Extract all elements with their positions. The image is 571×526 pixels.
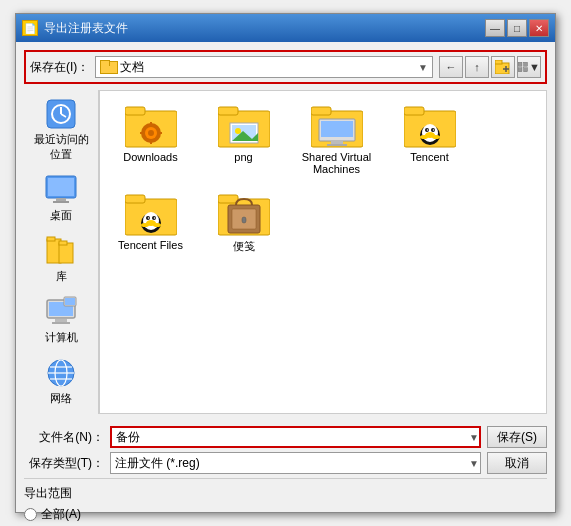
svg-rect-37 xyxy=(150,139,152,144)
export-title: 导出范围 xyxy=(24,485,547,502)
svg-point-62 xyxy=(432,135,440,139)
dialog-title: 导出注册表文件 xyxy=(44,20,128,37)
filename-input[interactable] xyxy=(110,426,481,448)
svg-rect-51 xyxy=(327,144,347,146)
up-button[interactable]: ↑ xyxy=(465,56,489,78)
close-button[interactable]: ✕ xyxy=(529,19,549,37)
briefcase-folder-label: 便笺 xyxy=(233,239,255,254)
svg-rect-39 xyxy=(157,132,162,134)
new-folder-button[interactable] xyxy=(491,56,515,78)
svg-point-72 xyxy=(141,223,149,227)
tfiles-folder-label: Tencent Files xyxy=(118,239,183,251)
cancel-button[interactable]: 取消 xyxy=(487,452,547,474)
sidebar-label-recent: 最近访问的位置 xyxy=(32,132,90,162)
export-all-row: 全部(A) xyxy=(24,506,547,523)
svg-rect-64 xyxy=(125,195,145,203)
svg-point-59 xyxy=(432,129,434,131)
filetype-label: 保存类型(T)： xyxy=(24,455,104,472)
svg-rect-75 xyxy=(218,195,238,203)
svg-point-61 xyxy=(420,135,428,139)
png-folder-icon xyxy=(218,103,270,149)
svg-point-35 xyxy=(148,130,154,136)
shared-folder-icon xyxy=(311,103,363,149)
folder-downloads[interactable]: Downloads xyxy=(108,99,193,179)
sidebar-item-computer[interactable]: 计算机 xyxy=(28,292,94,349)
filename-label: 文件名(N)： xyxy=(24,429,104,446)
title-icon: 📄 xyxy=(22,20,38,36)
sidebar-label-network: 网络 xyxy=(50,391,72,406)
export-all-label[interactable]: 全部(A) xyxy=(41,506,81,523)
library-icon xyxy=(45,235,77,267)
toolbar-buttons: ← ↑ ▼ xyxy=(439,56,541,78)
sidebar-label-library: 库 xyxy=(56,269,67,284)
location-toolbar: 保存在(I)： 文档 ▼ ← ↑ xyxy=(24,50,547,84)
svg-rect-38 xyxy=(140,132,145,134)
location-dropdown-arrow: ▼ xyxy=(418,62,428,73)
tencent-folder-label: Tencent xyxy=(410,151,449,163)
svg-rect-1 xyxy=(495,60,502,64)
location-folder-icon xyxy=(100,60,116,74)
tencent-folder-icon xyxy=(404,103,456,149)
svg-rect-17 xyxy=(47,237,55,241)
svg-rect-18 xyxy=(59,243,73,263)
downloads-folder-label: Downloads xyxy=(123,151,177,163)
sidebar: 最近访问的位置 桌面 xyxy=(24,90,99,414)
filetype-value: 注册文件 (*.reg) xyxy=(115,455,200,472)
svg-rect-7 xyxy=(524,68,528,72)
sidebar-item-library[interactable]: 库 xyxy=(28,231,94,288)
dialog-window: 📄 导出注册表文件 — □ ✕ 保存在(I)： 文档 ▼ ← ↑ xyxy=(15,13,556,513)
svg-rect-53 xyxy=(404,107,424,115)
svg-rect-47 xyxy=(311,107,331,115)
view-button[interactable]: ▼ xyxy=(517,56,541,78)
location-label: 保存在(I)： xyxy=(30,59,89,76)
svg-rect-41 xyxy=(218,107,238,115)
folder-shared[interactable]: Shared Virtual Machines xyxy=(294,99,379,179)
shared-folder-label: Shared Virtual Machines xyxy=(298,151,375,175)
filename-input-wrapper: ▼ xyxy=(110,426,481,448)
svg-rect-50 xyxy=(331,141,343,144)
sidebar-item-network[interactable]: 网络 xyxy=(28,353,94,410)
sidebar-label-computer: 计算机 xyxy=(45,330,78,345)
svg-rect-36 xyxy=(150,122,152,127)
svg-rect-15 xyxy=(53,201,69,203)
save-button[interactable]: 保存(S) xyxy=(487,426,547,448)
svg-point-73 xyxy=(153,223,161,227)
png-folder-label: png xyxy=(234,151,252,163)
svg-rect-4 xyxy=(518,62,522,66)
maximize-button[interactable]: □ xyxy=(507,19,527,37)
svg-point-70 xyxy=(153,217,155,219)
title-bar-content: 📄 导出注册表文件 xyxy=(22,20,128,37)
desktop-icon xyxy=(45,174,77,206)
folder-tfiles[interactable]: Tencent Files xyxy=(108,187,193,258)
svg-point-58 xyxy=(426,129,428,131)
minimize-button[interactable]: — xyxy=(485,19,505,37)
filetype-input-wrapper: 注册文件 (*.reg) ▼ xyxy=(110,452,481,474)
briefcase-folder-icon xyxy=(218,191,270,237)
svg-rect-32 xyxy=(125,107,145,115)
svg-rect-19 xyxy=(59,241,67,245)
network-icon xyxy=(45,357,77,389)
downloads-folder-icon xyxy=(125,103,177,149)
back-button[interactable]: ← xyxy=(439,56,463,78)
title-bar: 📄 导出注册表文件 — □ ✕ xyxy=(16,14,555,42)
svg-rect-13 xyxy=(48,178,74,196)
title-controls: — □ ✕ xyxy=(485,19,549,37)
filetype-select[interactable]: 注册文件 (*.reg) xyxy=(110,452,481,474)
filetype-row: 保存类型(T)： 注册文件 (*.reg) ▼ 取消 xyxy=(24,452,547,474)
svg-point-69 xyxy=(147,217,149,219)
svg-rect-22 xyxy=(55,319,67,322)
sidebar-item-recent[interactable]: 最近访问的位置 xyxy=(28,94,94,166)
export-all-radio[interactable] xyxy=(24,508,37,521)
file-area: Downloads xyxy=(99,90,547,414)
svg-rect-49 xyxy=(321,121,353,137)
main-content: 最近访问的位置 桌面 xyxy=(24,90,547,414)
folder-tencent[interactable]: Tencent xyxy=(387,99,472,179)
svg-rect-78 xyxy=(242,217,246,223)
bottom-form: 文件名(N)： ▼ 保存(S) 保存类型(T)： 注册文件 (*.reg) ▼ … xyxy=(24,420,547,526)
svg-rect-25 xyxy=(65,298,75,305)
location-combo[interactable]: 文档 ▼ xyxy=(95,56,433,78)
folder-briefcase[interactable]: 便笺 xyxy=(201,187,286,258)
folder-png[interactable]: png xyxy=(201,99,286,179)
filename-row: 文件名(N)： ▼ 保存(S) xyxy=(24,426,547,448)
sidebar-item-desktop[interactable]: 桌面 xyxy=(28,170,94,227)
